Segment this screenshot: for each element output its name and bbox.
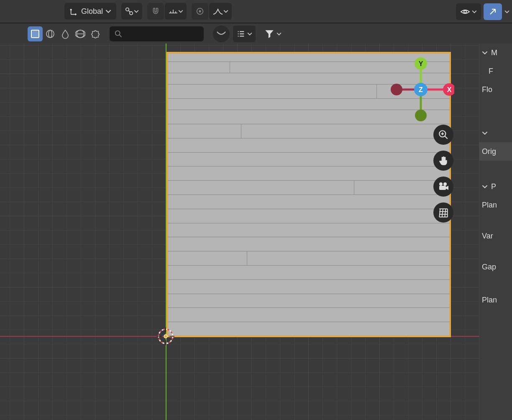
navigation-gizmo[interactable]: X Y Z: [387, 56, 454, 123]
chevron-down-icon: [105, 8, 111, 14]
svg-point-16: [391, 84, 402, 95]
svg-rect-24: [439, 186, 446, 190]
display-mode-wire[interactable]: [43, 26, 58, 41]
panel-section-header-small[interactable]: [479, 124, 512, 142]
transform-orientation-dropdown[interactable]: Global: [64, 3, 116, 20]
3d-viewport[interactable]: X Y Z: [0, 44, 479, 420]
camera-view-button[interactable]: [433, 177, 453, 197]
zoom-icon: [438, 129, 449, 140]
chevron-down-icon: [276, 31, 282, 36]
smile-icon: [216, 30, 227, 38]
svg-point-8: [115, 31, 120, 36]
chevron-down-icon: [482, 130, 488, 136]
svg-point-4: [464, 10, 466, 13]
svg-point-23: [443, 182, 447, 186]
visibility-dropdown[interactable]: [456, 3, 481, 20]
panel-item-floor: Flo: [479, 80, 512, 99]
chevron-down-icon: [482, 184, 488, 190]
pan-button[interactable]: [433, 151, 453, 171]
gap-row: Gap: [479, 258, 512, 276]
svg-point-17: [415, 110, 427, 121]
display-mode-solid[interactable]: [58, 26, 73, 41]
svg-point-0: [126, 8, 129, 11]
snap-toggle[interactable]: [147, 3, 164, 20]
orientation-icon: [69, 7, 79, 16]
viewport-nav-controls: [433, 125, 453, 223]
perspective-toggle-button[interactable]: [433, 202, 453, 223]
puzzle-icon: [90, 29, 100, 39]
proportional-falloff-dropdown[interactable]: [209, 3, 232, 20]
gizmo-arrow-icon: [488, 7, 498, 17]
curve-dropdown[interactable]: [213, 26, 230, 42]
origin-row[interactable]: Orig: [479, 142, 512, 161]
chevron-down-icon: [472, 9, 477, 14]
chevron-down-icon: [247, 31, 252, 36]
eye-icon: [460, 7, 470, 17]
pivot-icon: [125, 7, 134, 16]
search-input[interactable]: [110, 26, 204, 41]
camera-icon: [438, 182, 449, 192]
display-mode-bbox[interactable]: [28, 26, 43, 41]
hand-icon: [438, 155, 449, 166]
falloff-icon: [212, 7, 223, 16]
gizmo-z-label: Z: [419, 86, 423, 93]
funnel-icon: [264, 28, 275, 39]
snap-dropdown[interactable]: [165, 3, 187, 20]
grid-icon: [438, 207, 449, 218]
outliner-filter-dropdown[interactable]: [233, 26, 256, 42]
svg-point-22: [439, 182, 443, 186]
panel-item: F: [479, 62, 512, 80]
proportional-edit-toggle[interactable]: [192, 3, 208, 20]
bbox-icon: [30, 29, 40, 39]
magnet-icon: [151, 7, 160, 16]
plane-row-1: Plan: [479, 196, 512, 214]
funnel-filter-dropdown[interactable]: [260, 26, 286, 42]
display-mode-material[interactable]: [73, 26, 88, 41]
proportional-icon: [195, 7, 205, 16]
chevron-down-icon: [482, 50, 488, 56]
chevron-down-icon: [223, 9, 228, 14]
gizmo-y-label: Y: [419, 60, 423, 67]
svg-point-11: [164, 335, 167, 338]
chevron-down-icon: [504, 9, 509, 14]
3d-cursor: [156, 327, 175, 346]
zoom-button[interactable]: [433, 125, 453, 145]
panel-section-header-2[interactable]: P: [479, 177, 512, 196]
search-icon: [114, 29, 123, 38]
list-icon: [236, 29, 246, 38]
chevron-down-icon: [134, 9, 139, 14]
gizmo-toggle[interactable]: [484, 3, 502, 20]
snap-increment-icon: [168, 7, 178, 15]
droplet-icon: [60, 29, 70, 39]
globe-icon: [75, 29, 85, 39]
viewport-header: Global: [0, 0, 512, 23]
sphere-wire-icon: [45, 29, 55, 39]
panel-section-header-1[interactable]: M: [479, 44, 512, 62]
gizmo-x-label: X: [447, 86, 452, 93]
display-mode-rendered[interactable]: [88, 26, 103, 41]
pivot-dropdown[interactable]: [121, 3, 142, 20]
svg-point-3: [199, 10, 201, 12]
outliner-header: [0, 24, 479, 44]
n-panel-properties: M F Flo Orig P Plan Var Gap Plan: [479, 44, 512, 420]
chevron-down-icon: [178, 9, 183, 14]
svg-point-6: [46, 30, 54, 38]
orientation-label: Global: [81, 7, 103, 16]
svg-rect-5: [31, 30, 39, 38]
plane-row-2: Plan: [479, 291, 512, 309]
variance-row: Var: [479, 227, 512, 245]
svg-point-1: [130, 12, 133, 15]
